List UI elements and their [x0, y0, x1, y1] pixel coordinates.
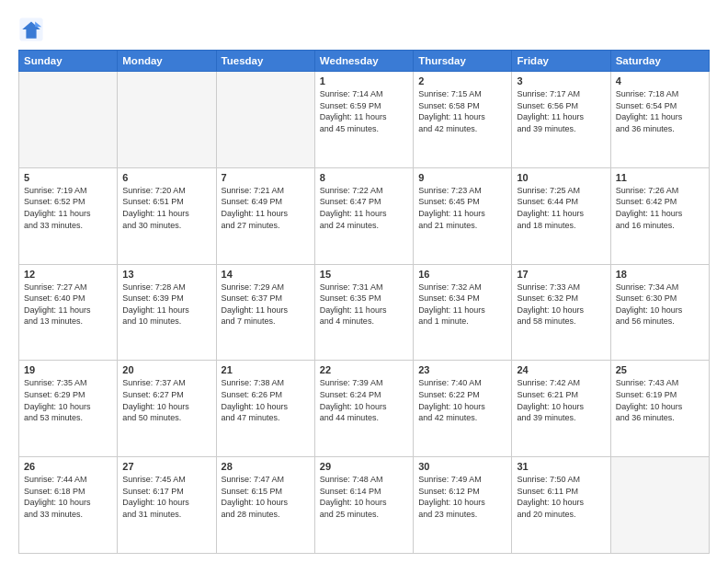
day-info: Sunrise: 7:47 AM Sunset: 6:15 PM Dayligh…: [222, 474, 310, 520]
day-number: 6: [122, 172, 210, 183]
calendar-cell: 20Sunrise: 7:37 AM Sunset: 6:27 PM Dayli…: [118, 361, 216, 457]
calendar-cell: 30Sunrise: 7:49 AM Sunset: 6:12 PM Dayli…: [414, 457, 512, 554]
calendar-cell: 21Sunrise: 7:38 AM Sunset: 6:26 PM Dayli…: [216, 361, 314, 457]
day-info: Sunrise: 7:21 AM Sunset: 6:49 PM Dayligh…: [222, 185, 310, 231]
calendar-cell: 29Sunrise: 7:48 AM Sunset: 6:14 PM Dayli…: [314, 457, 413, 554]
calendar-cell: 7Sunrise: 7:21 AM Sunset: 6:49 PM Daylig…: [216, 167, 314, 264]
day-info: Sunrise: 7:22 AM Sunset: 6:47 PM Dayligh…: [320, 185, 408, 231]
day-info: Sunrise: 7:34 AM Sunset: 6:30 PM Dayligh…: [616, 282, 704, 327]
calendar-cell: 19Sunrise: 7:35 AM Sunset: 6:29 PM Dayli…: [19, 361, 118, 457]
calendar-week-row: 1Sunrise: 7:14 AM Sunset: 6:59 PM Daylig…: [19, 72, 710, 168]
calendar-cell: [216, 72, 314, 168]
day-number: 13: [122, 269, 210, 280]
calendar-cell: 13Sunrise: 7:28 AM Sunset: 6:39 PM Dayli…: [118, 264, 216, 361]
calendar-cell: 18Sunrise: 7:34 AM Sunset: 6:30 PM Dayli…: [610, 264, 709, 361]
day-number: 18: [616, 269, 704, 280]
day-info: Sunrise: 7:18 AM Sunset: 6:54 PM Dayligh…: [616, 88, 704, 134]
day-number: 7: [222, 172, 310, 183]
day-number: 10: [517, 172, 605, 183]
day-number: 11: [616, 172, 704, 183]
calendar-cell: 1Sunrise: 7:14 AM Sunset: 6:59 PM Daylig…: [314, 72, 413, 168]
calendar-cell: 11Sunrise: 7:26 AM Sunset: 6:42 PM Dayli…: [610, 167, 709, 264]
day-header-friday: Friday: [512, 51, 610, 72]
calendar-cell: 5Sunrise: 7:19 AM Sunset: 6:52 PM Daylig…: [19, 167, 118, 264]
calendar-cell: 3Sunrise: 7:17 AM Sunset: 6:56 PM Daylig…: [512, 72, 610, 168]
day-info: Sunrise: 7:15 AM Sunset: 6:58 PM Dayligh…: [418, 88, 506, 134]
day-number: 22: [320, 364, 408, 375]
day-info: Sunrise: 7:27 AM Sunset: 6:40 PM Dayligh…: [24, 282, 112, 327]
header: [18, 17, 710, 42]
calendar-cell: 6Sunrise: 7:20 AM Sunset: 6:51 PM Daylig…: [118, 167, 216, 264]
calendar-cell: 22Sunrise: 7:39 AM Sunset: 6:24 PM Dayli…: [314, 361, 413, 457]
day-header-wednesday: Wednesday: [314, 51, 413, 72]
calendar-cell: 26Sunrise: 7:44 AM Sunset: 6:18 PM Dayli…: [19, 457, 118, 554]
day-header-monday: Monday: [118, 51, 216, 72]
calendar-cell: 9Sunrise: 7:23 AM Sunset: 6:45 PM Daylig…: [414, 167, 512, 264]
day-info: Sunrise: 7:28 AM Sunset: 6:39 PM Dayligh…: [122, 282, 210, 327]
calendar-cell: 27Sunrise: 7:45 AM Sunset: 6:17 PM Dayli…: [118, 457, 216, 554]
day-info: Sunrise: 7:32 AM Sunset: 6:34 PM Dayligh…: [418, 282, 506, 327]
day-header-tuesday: Tuesday: [216, 51, 314, 72]
day-info: Sunrise: 7:50 AM Sunset: 6:11 PM Dayligh…: [517, 474, 605, 520]
calendar-cell: [19, 72, 118, 168]
day-number: 17: [517, 269, 605, 280]
day-info: Sunrise: 7:38 AM Sunset: 6:26 PM Dayligh…: [222, 377, 310, 423]
day-info: Sunrise: 7:29 AM Sunset: 6:37 PM Dayligh…: [222, 282, 310, 327]
calendar-header-row: SundayMondayTuesdayWednesdayThursdayFrid…: [19, 51, 710, 72]
calendar-cell: 10Sunrise: 7:25 AM Sunset: 6:44 PM Dayli…: [512, 167, 610, 264]
day-info: Sunrise: 7:17 AM Sunset: 6:56 PM Dayligh…: [517, 88, 605, 134]
calendar-table: SundayMondayTuesdayWednesdayThursdayFrid…: [18, 50, 710, 554]
day-number: 19: [24, 364, 112, 375]
day-number: 16: [418, 269, 506, 280]
day-info: Sunrise: 7:20 AM Sunset: 6:51 PM Dayligh…: [122, 185, 210, 231]
day-number: 20: [122, 364, 210, 375]
day-number: 30: [418, 461, 506, 472]
calendar-cell: [610, 457, 709, 554]
day-info: Sunrise: 7:35 AM Sunset: 6:29 PM Dayligh…: [24, 377, 112, 423]
calendar-cell: 8Sunrise: 7:22 AM Sunset: 6:47 PM Daylig…: [314, 167, 413, 264]
day-number: 4: [616, 75, 704, 86]
calendar-week-row: 26Sunrise: 7:44 AM Sunset: 6:18 PM Dayli…: [19, 457, 710, 554]
calendar-cell: 31Sunrise: 7:50 AM Sunset: 6:11 PM Dayli…: [512, 457, 610, 554]
day-number: 28: [222, 461, 310, 472]
calendar-cell: 14Sunrise: 7:29 AM Sunset: 6:37 PM Dayli…: [216, 264, 314, 361]
calendar-cell: 28Sunrise: 7:47 AM Sunset: 6:15 PM Dayli…: [216, 457, 314, 554]
day-number: 9: [418, 172, 506, 183]
day-number: 23: [418, 364, 506, 375]
day-number: 25: [616, 364, 704, 375]
day-info: Sunrise: 7:26 AM Sunset: 6:42 PM Dayligh…: [616, 185, 704, 231]
day-number: 29: [320, 461, 408, 472]
day-info: Sunrise: 7:31 AM Sunset: 6:35 PM Dayligh…: [320, 282, 408, 327]
day-number: 15: [320, 269, 408, 280]
day-number: 5: [24, 172, 112, 183]
day-header-saturday: Saturday: [610, 51, 709, 72]
calendar-week-row: 5Sunrise: 7:19 AM Sunset: 6:52 PM Daylig…: [19, 167, 710, 264]
day-number: 14: [222, 269, 310, 280]
day-number: 27: [122, 461, 210, 472]
day-header-thursday: Thursday: [414, 51, 512, 72]
day-number: 1: [320, 75, 408, 86]
day-info: Sunrise: 7:23 AM Sunset: 6:45 PM Dayligh…: [418, 185, 506, 231]
calendar-cell: 2Sunrise: 7:15 AM Sunset: 6:58 PM Daylig…: [414, 72, 512, 168]
calendar-cell: 12Sunrise: 7:27 AM Sunset: 6:40 PM Dayli…: [19, 264, 118, 361]
day-info: Sunrise: 7:40 AM Sunset: 6:22 PM Dayligh…: [418, 377, 506, 423]
day-number: 8: [320, 172, 408, 183]
day-number: 24: [517, 364, 605, 375]
day-info: Sunrise: 7:25 AM Sunset: 6:44 PM Dayligh…: [517, 185, 605, 231]
day-info: Sunrise: 7:19 AM Sunset: 6:52 PM Dayligh…: [24, 185, 112, 231]
day-number: 21: [222, 364, 310, 375]
day-number: 2: [418, 75, 506, 86]
day-header-sunday: Sunday: [19, 51, 118, 72]
day-info: Sunrise: 7:44 AM Sunset: 6:18 PM Dayligh…: [24, 474, 112, 520]
day-info: Sunrise: 7:39 AM Sunset: 6:24 PM Dayligh…: [320, 377, 408, 423]
day-info: Sunrise: 7:42 AM Sunset: 6:21 PM Dayligh…: [517, 377, 605, 423]
day-info: Sunrise: 7:48 AM Sunset: 6:14 PM Dayligh…: [320, 474, 408, 520]
day-number: 31: [517, 461, 605, 472]
calendar-cell: 4Sunrise: 7:18 AM Sunset: 6:54 PM Daylig…: [610, 72, 709, 168]
logo: [18, 17, 48, 42]
day-info: Sunrise: 7:49 AM Sunset: 6:12 PM Dayligh…: [418, 474, 506, 520]
day-info: Sunrise: 7:45 AM Sunset: 6:17 PM Dayligh…: [122, 474, 210, 520]
day-info: Sunrise: 7:43 AM Sunset: 6:19 PM Dayligh…: [616, 377, 704, 423]
calendar-cell: 17Sunrise: 7:33 AM Sunset: 6:32 PM Dayli…: [512, 264, 610, 361]
calendar-cell: 16Sunrise: 7:32 AM Sunset: 6:34 PM Dayli…: [414, 264, 512, 361]
